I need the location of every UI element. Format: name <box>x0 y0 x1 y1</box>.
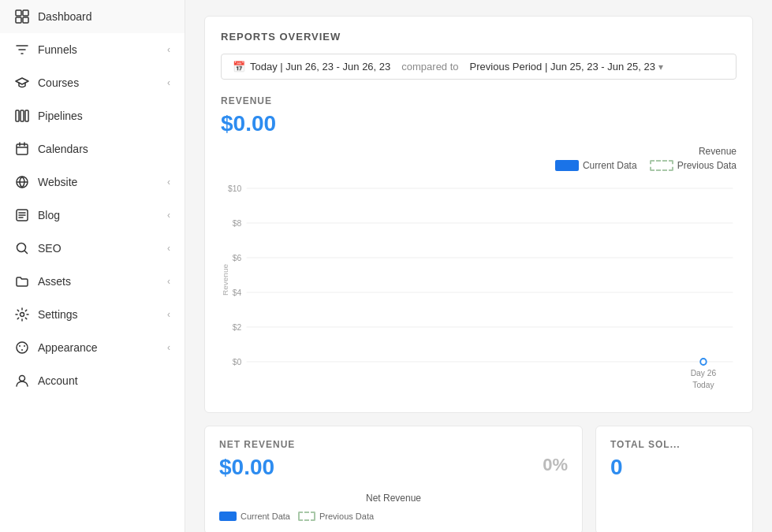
revenue-title: REVENUE <box>221 95 737 106</box>
sidebar-item-website[interactable]: Website ‹ <box>0 166 185 199</box>
revenue-chart: $10 $8 $6 $4 $2 $0 Revenue <box>221 177 737 398</box>
main-content: REPORTS OVERVIEW 📅 Today | Jun 26, 23 - … <box>185 0 772 532</box>
svg-text:$8: $8 <box>233 218 241 228</box>
svg-text:Today: Today <box>692 380 714 389</box>
pipelines-icon <box>14 108 30 124</box>
sidebar-item-pipelines[interactable]: Pipelines <box>0 99 185 132</box>
sidebar-item-label: Account <box>38 374 78 387</box>
svg-rect-6 <box>25 110 28 121</box>
svg-text:Day 26: Day 26 <box>691 368 717 378</box>
mini-previous-label: Previous Data <box>319 512 374 521</box>
sidebar-item-dashboard[interactable]: Dashboard <box>0 0 185 33</box>
revenue-section: REVENUE $0.00 Revenue Current Data Previ… <box>221 95 737 398</box>
net-revenue-value: $0.00 <box>219 455 274 480</box>
svg-text:$0: $0 <box>233 357 241 366</box>
chevron-icon: ‹ <box>167 210 170 221</box>
sidebar-item-calendars[interactable]: Calendars <box>0 132 185 166</box>
palette-icon <box>14 340 30 355</box>
sidebar-item-label: Settings <box>38 308 78 321</box>
sidebar-item-seo[interactable]: SEO ‹ <box>0 232 185 265</box>
legend-current: Current Data <box>555 160 637 171</box>
graduation-icon <box>14 75 30 91</box>
mini-legend-previous: Previous Data <box>298 512 374 521</box>
net-revenue-title: NET REVENUE <box>219 439 568 450</box>
svg-text:$4: $4 <box>233 288 241 297</box>
mini-legend: Current Data Previous Data <box>219 512 568 521</box>
sidebar-item-label: Dashboard <box>38 10 92 23</box>
svg-point-15 <box>21 349 23 351</box>
bottom-row: NET REVENUE $0.00 0% Net Revenue Current… <box>204 426 753 532</box>
blog-icon <box>14 207 30 223</box>
search-icon <box>14 240 30 256</box>
date-range-button[interactable]: 📅 Today | Jun 26, 23 - Jun 26, 23 <box>233 61 390 73</box>
svg-point-14 <box>24 345 25 347</box>
net-revenue-chart-label: Net Revenue <box>219 493 568 504</box>
sidebar-item-label: SEO <box>38 242 62 255</box>
svg-rect-3 <box>23 17 28 23</box>
user-icon <box>14 373 30 389</box>
gear-icon <box>14 307 30 322</box>
legend-previous-label: Previous Data <box>677 160 737 171</box>
net-revenue-percent: 0% <box>543 455 568 475</box>
period-select-button[interactable]: Previous Period | Jun 25, 23 - Jun 25, 2… <box>470 61 663 73</box>
total-sold-value: 0 <box>610 455 738 480</box>
compared-to-label: compared to <box>401 61 458 73</box>
chart-legend: Current Data Previous Data <box>221 160 737 171</box>
period-label: Previous Period | Jun 25, 23 - Jun 25, 2… <box>470 61 655 73</box>
chevron-icon: ‹ <box>167 342 170 353</box>
data-point <box>700 359 706 365</box>
folder-icon <box>14 273 30 289</box>
mini-current-label: Current Data <box>241 512 290 521</box>
svg-rect-2 <box>16 17 21 23</box>
svg-rect-7 <box>17 144 28 154</box>
reports-title: REPORTS OVERVIEW <box>221 31 737 43</box>
svg-rect-5 <box>21 110 24 121</box>
sidebar-item-courses[interactable]: Courses ‹ <box>0 66 185 99</box>
calendar-icon <box>14 141 30 157</box>
mini-legend-current: Current Data <box>219 512 290 521</box>
svg-point-11 <box>21 313 24 317</box>
revenue-value: $0.00 <box>221 111 737 136</box>
svg-point-12 <box>17 342 28 353</box>
sidebar-item-label: Funnels <box>38 43 77 56</box>
sidebar-item-label: Website <box>38 176 77 188</box>
svg-text:Revenue: Revenue <box>222 264 230 296</box>
grid-icon <box>14 9 30 24</box>
svg-text:$2: $2 <box>233 322 241 332</box>
date-range-label: Today | Jun 26, 23 - Jun 26, 23 <box>250 61 390 73</box>
chevron-icon: ‹ <box>167 276 170 287</box>
total-sold-title: TOTAL SOL... <box>610 439 738 450</box>
sidebar-item-appearance[interactable]: Appearance ‹ <box>0 331 185 364</box>
sidebar-item-blog[interactable]: Blog ‹ <box>0 199 185 232</box>
svg-text:$6: $6 <box>233 253 241 262</box>
reports-overview-card: REPORTS OVERVIEW 📅 Today | Jun 26, 23 - … <box>204 16 753 413</box>
sidebar-item-assets[interactable]: Assets ‹ <box>0 265 185 298</box>
chevron-icon: ‹ <box>167 309 170 320</box>
svg-point-16 <box>20 376 25 381</box>
chevron-icon: ‹ <box>167 243 170 254</box>
calendar-icon: 📅 <box>233 61 245 73</box>
svg-point-10 <box>17 244 26 252</box>
total-sold-card: TOTAL SOL... 0 <box>595 426 753 532</box>
sidebar-item-label: Appearance <box>38 341 98 354</box>
legend-previous: Previous Data <box>650 160 737 171</box>
sidebar-item-account[interactable]: Account <box>0 364 185 397</box>
mini-dashed-box <box>298 512 315 521</box>
chevron-icon: ‹ <box>167 177 170 188</box>
chart-label: Revenue <box>221 146 737 157</box>
sidebar-item-settings[interactable]: Settings ‹ <box>0 298 185 331</box>
legend-solid-box <box>555 160 579 171</box>
chart-svg: $10 $8 $6 $4 $2 $0 Revenue <box>221 177 737 398</box>
sidebar-item-funnels[interactable]: Funnels ‹ <box>0 33 185 66</box>
svg-rect-1 <box>23 10 28 16</box>
dropdown-arrow-icon: ▾ <box>658 61 663 73</box>
sidebar-item-label: Courses <box>38 76 79 89</box>
net-revenue-card: NET REVENUE $0.00 0% Net Revenue Current… <box>204 426 583 532</box>
sidebar-item-label: Blog <box>38 209 60 221</box>
filter-icon <box>14 42 30 58</box>
legend-dashed-box <box>650 160 673 171</box>
sidebar-item-label: Calendars <box>38 143 88 155</box>
svg-point-13 <box>19 345 21 347</box>
mini-solid-box <box>219 512 237 521</box>
sidebar-item-label: Assets <box>38 275 71 288</box>
